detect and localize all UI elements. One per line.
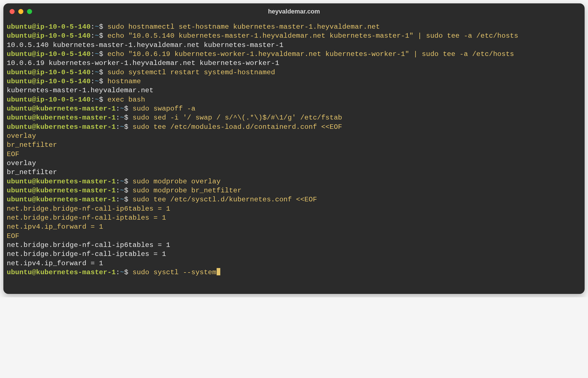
prompt-dollar: $ [99, 69, 107, 76]
terminal-line: ubuntu@ip-10-0-5-140:~$ sudo systemctl r… [7, 68, 581, 77]
prompt-path: ~ [95, 78, 99, 85]
terminal-window: heyvaldemar.com ubuntu@ip-10-0-5-140:~$ … [3, 3, 585, 294]
command-text: sudo hostnamectl set-hostname kubernetes… [107, 23, 380, 31]
prompt-dollar: $ [124, 114, 133, 122]
command-text: echo "10.0.5.140 kubernetes-master-1.hey… [107, 32, 518, 40]
prompt-dollar: $ [99, 32, 107, 40]
prompt-path: ~ [95, 50, 99, 58]
prompt-path: ~ [95, 32, 99, 40]
command-heredoc-line: net.bridge.bridge-nf-call-iptables = 1 [7, 214, 166, 222]
command-text: echo "10.0.6.19 kubernetes-worker-1.heyv… [107, 50, 514, 58]
output-line: 10.0.5.140 kubernetes-master-1.heyvaldem… [7, 41, 284, 49]
prompt-colon: : [116, 123, 120, 131]
prompt-path: ~ [120, 187, 124, 194]
prompt-dollar: $ [124, 178, 133, 185]
prompt-path: ~ [120, 105, 124, 112]
prompt-dollar: $ [124, 196, 133, 203]
terminal-line: ubuntu@ip-10-0-5-140:~$ hostname [7, 77, 581, 86]
prompt-colon: : [116, 114, 120, 122]
terminal-line: ubuntu@ip-10-0-5-140:~$ echo "10.0.5.140… [7, 32, 581, 40]
prompt-colon: : [116, 269, 120, 276]
command-text: sudo sysctl --system [133, 269, 216, 276]
command-text: exec bash [107, 96, 145, 104]
terminal-line: net.ipv4.ip_forward = 1 [7, 259, 581, 268]
terminal-line: overlay [7, 132, 581, 141]
command-heredoc-line: br_netfilter [7, 141, 57, 149]
prompt-user-host: ubuntu@ip-10-0-5-140 [7, 69, 91, 76]
command-heredoc-line: overlay [7, 132, 36, 140]
terminal-line: ubuntu@kubernetes-master-1:~$ sudo tee /… [7, 123, 581, 132]
prompt-dollar: $ [99, 78, 107, 85]
output-line: net.ipv4.ip_forward = 1 [7, 260, 103, 267]
command-text: sudo swapoff -a [133, 105, 196, 112]
terminal-line: br_netfilter [7, 168, 581, 177]
prompt-user-host: ubuntu@ip-10-0-5-140 [7, 32, 91, 40]
output-line: br_netfilter [7, 168, 57, 176]
terminal-line: kubernetes-master-1.heyvaldemar.net [7, 86, 581, 95]
terminal-body[interactable]: ubuntu@ip-10-0-5-140:~$ sudo hostnamectl… [3, 20, 585, 294]
prompt-path: ~ [120, 123, 124, 131]
command-text: sudo modprobe br_netfilter [133, 187, 241, 194]
command-text: sudo tee /etc/modules-load.d/containerd.… [133, 123, 342, 131]
prompt-colon: : [91, 96, 95, 104]
terminal-line: ubuntu@kubernetes-master-1:~$ sudo modpr… [7, 177, 581, 186]
prompt-dollar: $ [124, 105, 133, 112]
terminal-line: ubuntu@kubernetes-master-1:~$ sudo swapo… [7, 104, 581, 113]
output-line: net.bridge.bridge-nf-call-iptables = 1 [7, 250, 166, 258]
prompt-dollar: $ [124, 269, 133, 276]
terminal-line: net.bridge.bridge-nf-call-iptables = 1 [7, 250, 581, 259]
prompt-path: ~ [120, 114, 124, 122]
terminal-line: ubuntu@kubernetes-master-1:~$ sudo tee /… [7, 195, 581, 204]
output-line: net.bridge.bridge-nf-call-ip6tables = 1 [7, 241, 170, 249]
terminal-line: ubuntu@kubernetes-master-1:~$ sudo sysct… [7, 268, 581, 277]
prompt-path: ~ [120, 269, 124, 276]
prompt-dollar: $ [99, 50, 107, 58]
prompt-colon: : [91, 23, 95, 31]
command-text: sudo tee /etc/sysctl.d/kubernetes.conf <… [133, 196, 317, 203]
prompt-dollar: $ [99, 23, 107, 31]
prompt-user-host: ubuntu@ip-10-0-5-140 [7, 96, 91, 104]
prompt-user-host: ubuntu@kubernetes-master-1 [7, 187, 116, 194]
terminal-line: overlay [7, 159, 581, 168]
terminal-line: net.ipv4.ip_forward = 1 [7, 222, 581, 231]
command-text: sudo sed -i '/ swap / s/^\(.*\)$/#\1/g' … [133, 114, 342, 122]
prompt-colon: : [91, 69, 95, 76]
prompt-user-host: ubuntu@kubernetes-master-1 [7, 123, 116, 131]
zoom-icon[interactable] [27, 9, 32, 14]
command-heredoc-line: EOF [7, 232, 19, 240]
prompt-user-host: ubuntu@kubernetes-master-1 [7, 105, 116, 112]
output-line: 10.0.6.19 kubernetes-worker-1.heyvaldema… [7, 59, 279, 67]
prompt-colon: : [116, 196, 120, 203]
prompt-dollar: $ [99, 96, 107, 104]
minimize-icon[interactable] [18, 9, 23, 14]
prompt-colon: : [116, 105, 120, 112]
prompt-dollar: $ [124, 187, 133, 194]
close-icon[interactable] [10, 9, 15, 14]
command-text: sudo systemctl restart systemd-hostnamed [107, 69, 275, 76]
prompt-path: ~ [95, 69, 99, 76]
terminal-line: net.bridge.bridge-nf-call-ip6tables = 1 [7, 204, 581, 213]
command-text: sudo modprobe overlay [133, 178, 221, 185]
prompt-colon: : [91, 50, 95, 58]
terminal-line: ubuntu@ip-10-0-5-140:~$ sudo hostnamectl… [7, 22, 581, 32]
output-line: overlay [7, 159, 36, 167]
terminal-line: ubuntu@ip-10-0-5-140:~$ echo "10.0.6.19 … [7, 50, 581, 59]
terminal-line: ubuntu@ip-10-0-5-140:~$ exec bash [7, 95, 581, 104]
command-text: hostname [107, 78, 141, 85]
terminal-line: br_netfilter [7, 141, 581, 150]
command-heredoc-line: net.bridge.bridge-nf-call-ip6tables = 1 [7, 205, 170, 213]
prompt-user-host: ubuntu@ip-10-0-5-140 [7, 50, 91, 58]
titlebar: heyvaldemar.com [3, 3, 585, 20]
prompt-colon: : [91, 78, 95, 85]
terminal-line: net.bridge.bridge-nf-call-ip6tables = 1 [7, 241, 581, 250]
prompt-colon: : [116, 187, 120, 194]
terminal-line: EOF [7, 150, 581, 159]
terminal-line: 10.0.6.19 kubernetes-worker-1.heyvaldema… [7, 59, 581, 68]
prompt-user-host: ubuntu@kubernetes-master-1 [7, 178, 116, 185]
traffic-lights [10, 9, 32, 14]
prompt-user-host: ubuntu@kubernetes-master-1 [7, 269, 116, 276]
terminal-line: EOF [7, 232, 581, 241]
prompt-colon: : [91, 32, 95, 40]
command-heredoc-line: EOF [7, 150, 19, 158]
prompt-user-host: ubuntu@ip-10-0-5-140 [7, 23, 91, 31]
